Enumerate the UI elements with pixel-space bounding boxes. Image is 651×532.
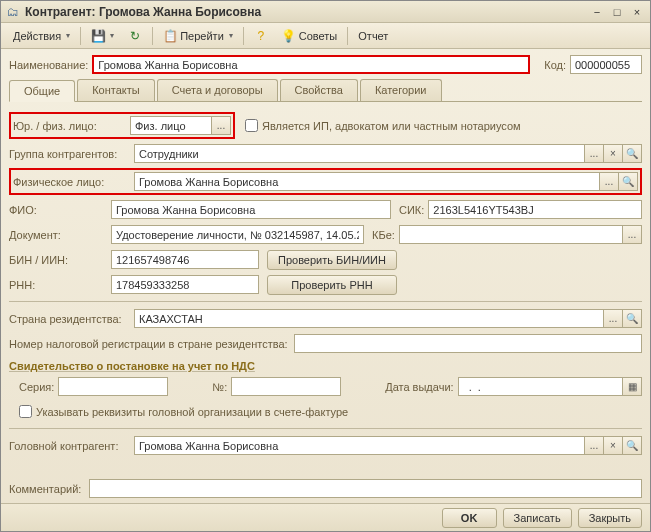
advice-button[interactable]: 💡Советы	[276, 27, 343, 45]
doc-input[interactable]	[111, 225, 364, 244]
maximize-button[interactable]: □	[608, 4, 626, 20]
name-label: Наименование:	[9, 59, 88, 71]
refresh-tool-icon[interactable]: ↻	[122, 27, 148, 45]
doc-label: Документ:	[9, 229, 111, 241]
tab-general[interactable]: Общие	[9, 80, 75, 102]
group-input[interactable]	[134, 144, 585, 163]
tabs: Общие Контакты Счета и договоры Свойства…	[9, 79, 642, 102]
tab-categories[interactable]: Категории	[360, 79, 442, 101]
head-input[interactable]	[134, 436, 585, 455]
content: Наименование: Код: Общие Контакты Счета …	[1, 49, 650, 503]
bin-label: БИН / ИИН:	[9, 254, 111, 266]
group-clear[interactable]: ×	[604, 144, 623, 163]
individual-input[interactable]	[134, 172, 600, 191]
person-type-label: Юр. / физ. лицо:	[13, 120, 130, 132]
tab-accounts[interactable]: Счета и договоры	[157, 79, 278, 101]
individual-ellipsis[interactable]: ...	[600, 172, 619, 191]
save-button[interactable]: Записать	[503, 508, 572, 528]
number-input[interactable]	[231, 377, 341, 396]
check-bin-button[interactable]: Проверить БИН/ИИН	[267, 250, 397, 270]
head-ellipsis[interactable]: ...	[585, 436, 604, 455]
help-icon[interactable]: ?	[248, 27, 274, 45]
window: 🗂 Контрагент: Громова Жанна Борисовна − …	[0, 0, 651, 532]
vat-section-title: Свидетельство о постановке на учет по НД…	[9, 360, 642, 372]
country-search-icon[interactable]: 🔍	[623, 309, 642, 328]
person-type-input[interactable]	[130, 116, 212, 135]
code-input[interactable]	[570, 55, 642, 74]
sik-label: СИК:	[399, 204, 424, 216]
tab-contacts[interactable]: Контакты	[77, 79, 155, 101]
series-input[interactable]	[58, 377, 168, 396]
person-type-ellipsis[interactable]: ...	[212, 116, 231, 135]
sik-input[interactable]	[428, 200, 642, 219]
fio-input[interactable]	[111, 200, 391, 219]
close-button[interactable]: ×	[628, 4, 646, 20]
taxreg-label: Номер налоговой регистрации в стране рез…	[9, 338, 294, 350]
rnn-input[interactable]	[111, 275, 259, 294]
country-ellipsis[interactable]: ...	[604, 309, 623, 328]
app-icon: 🗂	[5, 4, 21, 20]
series-label: Серия:	[19, 381, 54, 393]
window-title: Контрагент: Громова Жанна Борисовна	[25, 5, 588, 19]
group-search-icon[interactable]: 🔍	[623, 144, 642, 163]
country-input[interactable]	[134, 309, 604, 328]
toolbar: Действия 💾 ↻ 📋Перейти ? 💡Советы Отчет	[1, 23, 650, 49]
individual-label: Физическое лицо:	[13, 176, 134, 188]
titlebar: 🗂 Контрагент: Громова Жанна Борисовна − …	[1, 1, 650, 23]
goto-menu[interactable]: 📋Перейти	[157, 27, 239, 45]
issue-date-calendar-icon[interactable]: ▦	[623, 377, 642, 396]
name-input[interactable]	[92, 55, 530, 74]
comment-label: Комментарий:	[9, 483, 89, 495]
save-tool-icon[interactable]: 💾	[85, 27, 120, 45]
code-label: Код:	[544, 59, 566, 71]
kbe-label: КБе:	[372, 229, 395, 241]
kbe-ellipsis[interactable]: ...	[623, 225, 642, 244]
fio-label: ФИО:	[9, 204, 111, 216]
comment-input[interactable]	[89, 479, 642, 498]
head-label: Головной контрагент:	[9, 440, 134, 452]
head-search-icon[interactable]: 🔍	[623, 436, 642, 455]
check-rnn-button[interactable]: Проверить РНН	[267, 275, 397, 295]
head-clear[interactable]: ×	[604, 436, 623, 455]
close-form-button[interactable]: Закрыть	[578, 508, 642, 528]
minimize-button[interactable]: −	[588, 4, 606, 20]
individual-search-icon[interactable]: 🔍	[619, 172, 638, 191]
group-label: Группа контрагентов:	[9, 148, 134, 160]
kbe-input[interactable]	[399, 225, 623, 244]
bin-input[interactable]	[111, 250, 259, 269]
number-label: №:	[212, 381, 227, 393]
head-org-checkbox[interactable]: Указывать реквизиты головной организации…	[19, 405, 348, 418]
group-ellipsis[interactable]: ...	[585, 144, 604, 163]
ip-checkbox[interactable]: Является ИП, адвокатом или частным нотар…	[245, 119, 521, 132]
taxreg-input[interactable]	[294, 334, 642, 353]
person-type-highlight: Юр. / физ. лицо: ...	[9, 112, 235, 139]
ok-button[interactable]: OK	[442, 508, 497, 528]
rnn-label: РНН:	[9, 279, 111, 291]
footer: OK Записать Закрыть	[1, 503, 650, 531]
report-button[interactable]: Отчет	[352, 28, 394, 44]
actions-menu[interactable]: Действия	[7, 28, 76, 44]
issue-date-label: Дата выдачи:	[385, 381, 453, 393]
country-label: Страна резидентства:	[9, 313, 134, 325]
tab-properties[interactable]: Свойства	[280, 79, 358, 101]
issue-date-input[interactable]	[458, 377, 623, 396]
